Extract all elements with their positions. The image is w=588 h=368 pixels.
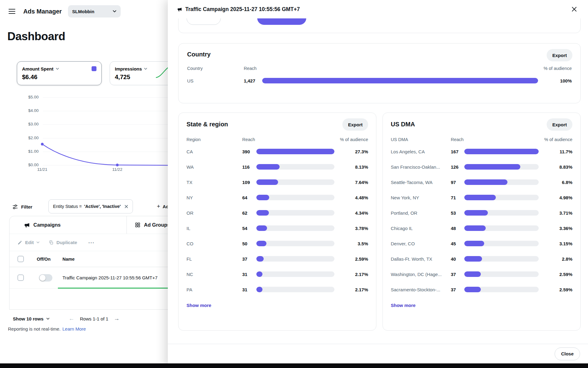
row-bar-fill: [256, 149, 334, 154]
row-bar: [256, 287, 334, 292]
row-bar: [464, 149, 539, 154]
previous-page-icon[interactable]: ←: [69, 315, 74, 322]
row-bar-fill: [464, 287, 481, 292]
menu-icon[interactable]: [7, 7, 17, 16]
remove-filter-icon[interactable]: [124, 205, 128, 209]
account-name: SLMobbin: [72, 9, 94, 14]
chevron-down-icon: [56, 68, 59, 70]
tab-ad-groups[interactable]: Ad Groups: [127, 216, 170, 234]
row-bar-fill: [464, 271, 481, 277]
row-bar: [464, 271, 539, 277]
distribution-row: US1,427100%: [187, 75, 572, 87]
tab-campaigns[interactable]: Campaigns: [9, 216, 127, 234]
row-checkbox[interactable]: [17, 274, 24, 281]
row-reach: 37: [451, 272, 464, 277]
more-options-button[interactable]: ⋯: [86, 239, 96, 246]
row-bar: [256, 149, 334, 154]
select-all-checkbox[interactable]: [17, 256, 24, 262]
row-bar: [256, 271, 334, 277]
row-label: FL: [187, 256, 242, 262]
row-label: Dallas-Ft. Worth, TX: [391, 256, 451, 262]
distribution-row: Dallas-Ft. Worth, TX402.8%: [391, 251, 572, 266]
row-label: TX: [187, 180, 242, 185]
learn-more-link[interactable]: Learn More: [62, 326, 86, 332]
row-bar-fill: [464, 225, 486, 231]
column-reach: Reach: [451, 137, 464, 142]
rows-per-page-selector[interactable]: Show 10 rows: [13, 316, 50, 321]
columns-header: Country Reach % of audience: [187, 66, 572, 71]
metric-label: Amount Spent: [22, 66, 54, 71]
y-axis-tick: $4.00: [0, 108, 39, 113]
edit-button[interactable]: Edit: [17, 240, 40, 245]
row-label: Portland, OR: [391, 210, 451, 216]
row-bar-fill: [256, 164, 280, 170]
copy-icon: [49, 240, 54, 245]
row-reach: 53: [451, 210, 464, 216]
tab-campaigns-label: Campaigns: [33, 222, 61, 228]
campaign-on-off-toggle[interactable]: [39, 274, 52, 282]
edit-label: Edit: [25, 240, 34, 245]
clipped-selected-pill-button[interactable]: [257, 18, 306, 25]
row-label: Washington, DC (Hage...: [391, 272, 451, 277]
row-label: OR: [187, 210, 242, 216]
distribution-row: FL372.59%: [187, 251, 368, 266]
row-label: CA: [187, 149, 242, 154]
row-reach: 62: [242, 210, 256, 216]
row-bar-fill: [256, 195, 269, 200]
row-pct: 4.48%: [339, 195, 368, 200]
row-pct: 7.64%: [339, 180, 368, 185]
export-button[interactable]: Export: [342, 118, 368, 131]
row-reach: 48: [451, 226, 464, 231]
row-reach: 37: [451, 287, 464, 292]
row-label: WA: [187, 164, 242, 170]
row-label: Chicago IL: [391, 226, 451, 231]
row-pct: 4.34%: [339, 210, 368, 216]
campaign-details-modal: Traffic Campaign 2025-11-27 10:55:56 GMT…: [168, 0, 588, 368]
distribution-row: NC312.17%: [187, 266, 368, 282]
tab-ad-groups-label: Ad Groups: [144, 222, 170, 228]
row-reach: 31: [242, 287, 256, 292]
row-label: Denver, CO: [391, 241, 451, 246]
modal-scroll-area[interactable]: Country Export Country Reach % of audien…: [168, 18, 588, 344]
row-reach: 1,427: [244, 78, 262, 83]
distribution-row: Los Angeles, CA16711.7%: [391, 144, 572, 159]
chevron-down-icon: [36, 241, 40, 243]
row-bar: [464, 241, 539, 246]
row-bar-fill: [464, 179, 507, 185]
export-button[interactable]: Export: [547, 118, 572, 131]
row-reach: 71: [451, 195, 464, 200]
row-label: US: [187, 78, 244, 83]
row-reach: 50: [242, 241, 256, 246]
row-bar: [464, 164, 539, 170]
close-icon[interactable]: [568, 3, 580, 15]
filter-button[interactable]: Filter: [12, 200, 32, 213]
distribution-row: Denver, CO453.15%: [391, 236, 572, 251]
column-label: Country: [187, 66, 244, 71]
x-axis-tick: 11/22: [108, 167, 126, 172]
export-button[interactable]: Export: [547, 49, 572, 61]
row-bar: [464, 256, 539, 262]
metric-card-amount-spent[interactable]: Amount Spent $6.46: [17, 61, 102, 85]
row-reach: 37: [242, 256, 256, 262]
row-label: NC: [187, 272, 242, 277]
account-selector[interactable]: SLMobbin: [68, 5, 121, 17]
duplicate-button[interactable]: Duplicate: [49, 240, 77, 245]
row-bar-fill: [256, 210, 269, 216]
row-bar-fill: [256, 256, 264, 262]
row-label: CO: [187, 241, 242, 246]
distribution-row: Washington, DC (Hage...372.59%: [391, 266, 572, 282]
row-bar: [256, 164, 334, 170]
show-more-link[interactable]: Show more: [391, 303, 416, 308]
row-label: IL: [187, 226, 242, 231]
clipped-pill-button[interactable]: [187, 18, 221, 25]
row-bar: [464, 225, 539, 231]
distribution-row: IL543.78%: [187, 220, 368, 236]
close-button[interactable]: Close: [555, 347, 580, 360]
column-label: US DMA: [391, 137, 451, 142]
show-more-link[interactable]: Show more: [187, 303, 211, 308]
filter-chip-entity-status[interactable]: Entity Status = 'Active', 'Inactive': [48, 199, 133, 213]
next-page-icon[interactable]: →: [114, 315, 120, 322]
row-bar: [256, 241, 334, 246]
y-axis-tick: $3.00: [0, 122, 39, 126]
y-axis-tick: $5.00: [0, 95, 39, 99]
